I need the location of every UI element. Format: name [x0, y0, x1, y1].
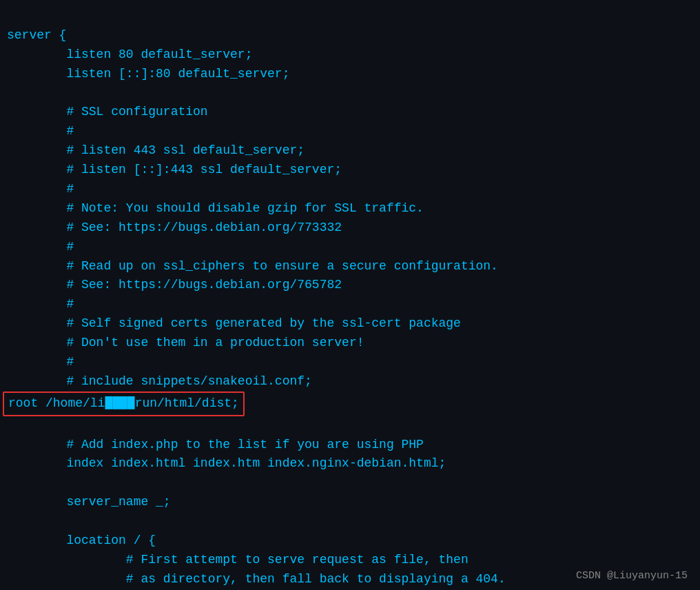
code-line: index index.html index.htm index.nginx-d…: [7, 454, 700, 474]
watermark-text: CSDN @Liuyanyun-15: [576, 570, 688, 582]
code-line: server {: [7, 26, 700, 45]
code-line: listen [::]:80 default_server;: [7, 65, 700, 84]
code-line: # First attempt to serve request as file…: [7, 551, 700, 570]
code-line: # Note: You should disable gzip for SSL …: [7, 199, 700, 218]
code-line: root /home/li████run/html/dist;: [7, 391, 700, 416]
code-line: # SSL configuration: [7, 103, 700, 122]
code-line: #: [7, 180, 700, 199]
code-line: # listen 443 ssl default_server;: [7, 141, 700, 161]
highlighted-root-directive: root /home/li████run/html/dist;: [3, 391, 245, 416]
code-line: # Read up on ssl_ciphers to ensure a sec…: [7, 257, 700, 276]
code-line: [7, 474, 700, 493]
code-line: [7, 416, 700, 436]
code-line: #: [7, 122, 700, 141]
code-editor: server { listen 80 default_server; liste…: [0, 0, 700, 590]
code-line: server_name _;: [7, 493, 700, 512]
code-line: [7, 512, 700, 531]
code-line: #: [7, 295, 700, 314]
code-line: #: [7, 353, 700, 372]
code-line: # Don't use them in a production server!: [7, 334, 700, 353]
code-line: [7, 84, 700, 103]
code-line: # See: https://bugs.debian.org/773332: [7, 218, 700, 238]
code-line: # Add index.php to the list if you are u…: [7, 436, 700, 455]
code-line: location / {: [7, 531, 700, 551]
code-line: #: [7, 238, 700, 257]
code-line: # See: https://bugs.debian.org/765782: [7, 276, 700, 295]
code-line: # listen [::]:443 ssl default_server;: [7, 161, 700, 180]
code-line: # include snippets/snakeoil.conf;: [7, 372, 700, 391]
code-line: listen 80 default_server;: [7, 45, 700, 65]
code-line: # Self signed certs generated by the ssl…: [7, 314, 700, 334]
